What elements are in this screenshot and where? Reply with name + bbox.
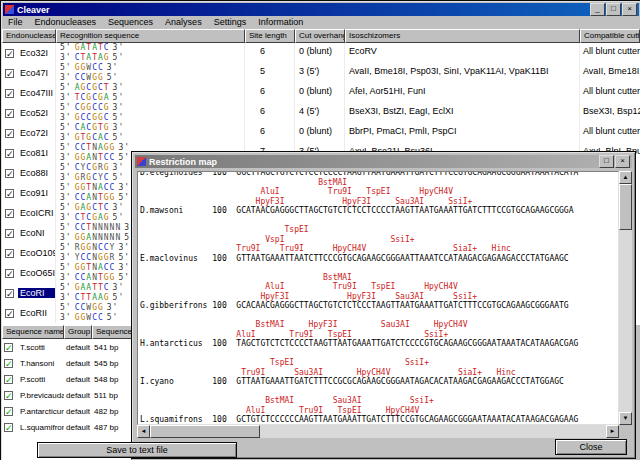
group-cell: default	[64, 375, 92, 384]
sequence-name[interactable]: T.scotti	[17, 343, 45, 352]
enzyme-checkbox[interactable]: ✓	[5, 149, 14, 158]
sequence-line: I.cyano 100 GTTAATGAAATTGATCTTTCCGCGCAGA…	[140, 377, 618, 387]
enzyme-checkbox[interactable]: ✓	[5, 109, 14, 118]
enzyme-name[interactable]: EcoO65I	[18, 268, 56, 278]
scroll-right-icon[interactable]: ►	[606, 425, 619, 438]
vertical-scrollbar[interactable]: ▲ ▼	[619, 171, 632, 425]
scroll-down-icon[interactable]: ▼	[619, 412, 632, 425]
enzyme-name[interactable]: Eco81I	[18, 148, 50, 158]
sequence-name[interactable]: L.squamifrons	[17, 423, 64, 432]
length-cell: 482 bp	[92, 407, 131, 416]
menu-item-endonucleases[interactable]: Endonucleases	[30, 16, 104, 29]
enzyme-column-header[interactable]: Cut overhang	[295, 29, 345, 43]
close-icon[interactable]: ×	[622, 3, 637, 16]
enzyme-name[interactable]: Eco72I	[18, 128, 50, 138]
sequence-name[interactable]: P.scotti	[17, 375, 45, 384]
vertical-scroll-thumb[interactable]	[619, 184, 632, 230]
sequence-row: ✓P.antarcticumdefault482 bp	[2, 403, 131, 419]
sequence-row: ✓P.scottidefault548 bp	[2, 371, 131, 387]
enzyme-name[interactable]: Eco52I	[18, 108, 50, 118]
enzyme-name[interactable]: Eco47III	[18, 88, 55, 98]
horizontal-scroll-thumb[interactable]	[150, 425, 260, 438]
sequence-name[interactable]: T.hansoni	[17, 359, 54, 368]
enzyme-name[interactable]: Eco91I	[18, 188, 50, 198]
site-length-cell: 6	[245, 43, 295, 63]
compatible-cutters-cell: AvaII, Bme18I, C	[580, 63, 640, 83]
minimize-icon[interactable]: _	[590, 3, 605, 16]
close-map-button[interactable]: Close	[555, 439, 627, 455]
enzyme-table-header: EndonucleaseRecognition sequenceSite len…	[2, 29, 640, 43]
length-cell: 541 bp	[92, 343, 131, 352]
enzyme-column-header[interactable]: Site length	[245, 29, 295, 43]
enzyme-labels-line: HpyF3I HpyF3I Sau3AI SsiI+	[140, 292, 618, 302]
cut-overhang-cell: 0 (blunt)	[295, 123, 345, 143]
enzyme-name[interactable]: Eco32I	[18, 48, 50, 58]
enzyme-checkbox[interactable]: ✓	[5, 269, 14, 278]
sequence-column-header[interactable]: Group	[64, 325, 92, 339]
sequence-checkbox[interactable]: ✓	[4, 375, 13, 384]
enzyme-checkbox[interactable]: ✓	[5, 249, 14, 258]
recognition-sequence: 5'AGCGCT3'3'TCGCGA5'	[56, 83, 245, 103]
menu-item-file[interactable]: File	[3, 16, 30, 29]
horizontal-scrollbar[interactable]: ◄ ►	[137, 425, 619, 438]
cleaver-window: Cleaver _ □ × FileEndonucleasesSequences…	[0, 0, 640, 460]
menu-item-sequences[interactable]: Sequences	[103, 16, 160, 29]
enzyme-labels-line: AluI Tru9I TspEI HpyCH4V	[140, 187, 618, 197]
enzyme-checkbox[interactable]: ✓	[5, 229, 14, 238]
enzyme-checkbox[interactable]: ✓	[5, 69, 14, 78]
isoschizomers-cell: AfeI, Aor51HI, FunI	[345, 83, 580, 103]
menu-item-information[interactable]: Information	[253, 16, 310, 29]
sequence-column-header[interactable]: Sequence l	[92, 325, 132, 339]
enzyme-labels-line: HpyF3I HpyF3I Sau3AI SsiI+	[140, 197, 618, 207]
bottom-strand: 3'CCWGG5'	[60, 73, 244, 83]
maximize-icon[interactable]: □	[606, 3, 621, 16]
sequence-line: L.squamifrons 100 GCTGTCTCCCCCCAAGTTAATG…	[140, 415, 618, 425]
enzyme-checkbox[interactable]: ✓	[5, 189, 14, 198]
enzyme-name[interactable]: EcoRI	[18, 288, 55, 298]
enzyme-column-header[interactable]: Endonuclease	[2, 29, 56, 43]
enzyme-column-header[interactable]: Isoschizomers	[345, 29, 580, 43]
enzyme-checkbox[interactable]: ✓	[5, 169, 14, 178]
enzyme-checkbox[interactable]: ✓	[5, 89, 14, 98]
enzyme-labels-line: BstMAI	[140, 178, 618, 188]
scroll-up-icon[interactable]: ▲	[619, 171, 632, 184]
isoschizomers-cell: BbrPI, PmaCI, PmlI, PspCI	[345, 123, 580, 143]
sequence-checkbox[interactable]: ✓	[4, 343, 13, 352]
sequence-checkbox[interactable]: ✓	[4, 359, 13, 368]
save-to-text-file-button[interactable]: Save to text file	[37, 442, 237, 458]
map-text-area[interactable]: D.eleginoides 100 GGCTTAGCTGTCTCTCCTCCCC…	[137, 171, 619, 425]
menu-item-settings[interactable]: Settings	[209, 16, 254, 29]
sequence-name[interactable]: P.antarcticum	[17, 407, 64, 416]
enzyme-column-header[interactable]: Compatible cutters	[580, 29, 640, 43]
enzyme-row: ✓Eco52I5'CGGCCG3'3'GCCGGC5'64 (5')BseX3I…	[2, 103, 640, 123]
enzyme-checkbox[interactable]: ✓	[5, 49, 14, 58]
top-strand: 5'GGWCC3'	[60, 63, 244, 73]
enzyme-name[interactable]: EcoO109I	[18, 248, 56, 258]
enzyme-name[interactable]: EcoICRI	[18, 208, 56, 218]
sequence-checkbox[interactable]: ✓	[4, 407, 13, 416]
enzyme-labels-line: BstMAI Sau3AI SsiI+	[140, 396, 618, 406]
map-close-icon[interactable]: ×	[615, 155, 630, 168]
sequence-column-header[interactable]: Sequence name	[2, 325, 64, 339]
length-cell: 487 bp	[92, 423, 131, 432]
enzyme-name[interactable]: Eco47I	[18, 68, 50, 78]
enzyme-name[interactable]: EcoRII	[18, 308, 49, 318]
sequence-checkbox[interactable]: ✓	[4, 391, 13, 400]
sequence-checkbox[interactable]: ✓	[4, 423, 13, 432]
scroll-left-icon[interactable]: ◄	[137, 425, 150, 438]
map-maximize-icon[interactable]: □	[599, 155, 614, 168]
bottom-strand: 3'GCCGGC5'	[60, 113, 244, 123]
enzyme-labels-line: AluI Tru9I TspEI SsiI+	[140, 330, 618, 340]
enzyme-checkbox[interactable]: ✓	[5, 129, 14, 138]
enzyme-name[interactable]: EcoNI	[18, 228, 47, 238]
sequence-name[interactable]: P.brevicauda	[17, 391, 64, 400]
top-strand: 5'CACGTG3'	[60, 123, 244, 133]
enzyme-name[interactable]: Eco88I	[18, 168, 50, 178]
menu-item-analyses[interactable]: Analyses	[160, 16, 209, 29]
enzyme-checkbox[interactable]: ✓	[5, 209, 14, 218]
enzyme-labels-line: VspI SsiI+	[140, 235, 618, 245]
enzyme-checkbox[interactable]: ✓	[5, 289, 14, 298]
map-window-icon	[137, 157, 146, 166]
enzyme-column-header[interactable]: Recognition sequence	[56, 29, 245, 43]
enzyme-checkbox[interactable]: ✓	[5, 309, 14, 318]
